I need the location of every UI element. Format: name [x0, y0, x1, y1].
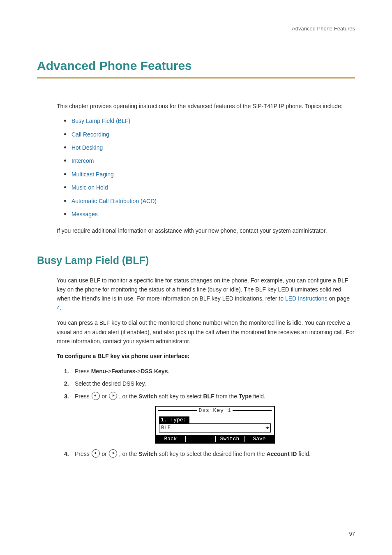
link-call-recording[interactable]: Call Recording [71, 131, 109, 138]
step-2: Select the desired DSS key. [64, 379, 355, 388]
link-led-instructions[interactable]: LED Instructions [285, 295, 327, 302]
post-toc-paragraph: If you require additional information or… [57, 226, 355, 235]
list-item: Messages [64, 210, 355, 219]
list-item: Multicast Paging [64, 170, 355, 179]
list-item: Call Recording [64, 130, 355, 139]
section-title-blf: Busy Lamp Field (BLF) [37, 252, 355, 268]
procedure-heading: To configure a BLF key via phone user in… [57, 352, 355, 361]
link-messages[interactable]: Messages [71, 211, 98, 217]
left-right-icon: ◀▶ [265, 426, 269, 430]
phone-field-label: 1. Type: [159, 416, 189, 424]
phone-screen-figure: Dss Key 1 1. Type: BLF ◀▶ Back Switch Sa… [155, 406, 275, 444]
procedure-steps: Press Menu->Features->DSS Keys. Select t… [64, 367, 355, 459]
left-arrow-icon [92, 392, 100, 400]
link-music-on-hold[interactable]: Music on Hold [71, 184, 108, 191]
blf-paragraph-2: You can press a BLF key to dial out the … [57, 318, 355, 346]
link-page-4[interactable]: 4 [57, 305, 60, 311]
list-item: Automatic Call Distribution (ACD) [64, 197, 355, 206]
chapter-title: Advanced Phone Features [37, 56, 355, 79]
link-intercom[interactable]: Intercom [71, 157, 94, 164]
softkey-back: Back [156, 435, 185, 443]
phone-screen-title: Dss Key 1 [156, 407, 274, 414]
phone-softkey-row: Back Switch Save [156, 435, 274, 443]
running-header: Advanced Phone Features [37, 25, 355, 36]
blf-paragraph-1: You can use BLF to monitor a specific li… [57, 276, 355, 313]
right-arrow-icon [109, 392, 117, 400]
right-arrow-icon [109, 449, 117, 458]
softkey-switch: Switch [215, 435, 244, 443]
list-item: Busy Lamp Field (BLF) [64, 116, 355, 125]
link-multicast-paging[interactable]: Multicast Paging [71, 171, 114, 178]
step-4: Press or , or the Switch soft key to sel… [64, 449, 355, 458]
list-item: Intercom [64, 156, 355, 165]
link-hot-desking[interactable]: Hot Desking [71, 144, 103, 151]
list-item: Music on Hold [64, 183, 355, 192]
link-acd[interactable]: Automatic Call Distribution (ACD) [71, 198, 157, 204]
link-blf[interactable]: Busy Lamp Field (BLF) [71, 118, 130, 124]
softkey-empty [185, 435, 215, 443]
phone-field-value: BLF ◀▶ [159, 423, 271, 432]
page-number: 97 [349, 530, 355, 539]
step-1: Press Menu->Features->DSS Keys. [64, 367, 355, 376]
step-3: Press or , or the Switch soft key to sel… [64, 392, 355, 444]
intro-paragraph: This chapter provides operating instruct… [57, 102, 355, 111]
softkey-save: Save [244, 435, 274, 443]
topic-list: Busy Lamp Field (BLF) Call Recording Hot… [57, 116, 355, 219]
left-arrow-icon [92, 449, 100, 458]
list-item: Hot Desking [64, 143, 355, 152]
